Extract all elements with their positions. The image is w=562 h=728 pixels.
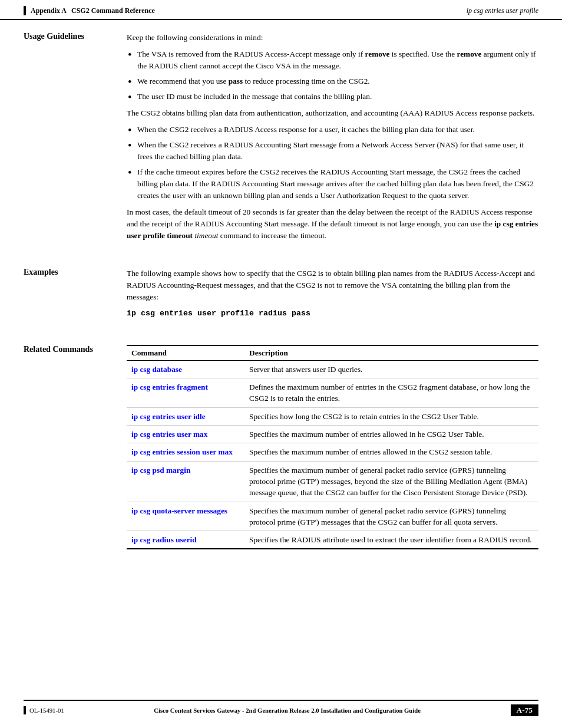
page-footer: OL-15491-01 Cisco Content Services Gatew… (24, 700, 538, 716)
command-cell[interactable]: ip csg entries user max (127, 425, 244, 443)
commands-table: Command Description ip csg databaseServe… (127, 345, 538, 550)
usage-guidelines-label: Usage Guidelines (24, 32, 127, 246)
related-commands-section: Related Commands Command Description ip … (24, 345, 538, 550)
usage-intro: Keep the following considerations in min… (127, 32, 538, 44)
description-cell: Specifies how long the CSG2 is to retain… (244, 407, 538, 425)
page-header: Appendix A CSG2 Command Reference ip csg… (0, 0, 562, 20)
command-link[interactable]: ip csg entries user max (131, 430, 207, 439)
description-cell: Defines the maximum number of entries in… (244, 378, 538, 408)
header-title: CSG2 Command Reference (71, 6, 155, 15)
usage-para2: In most cases, the default timeout of 20… (127, 206, 538, 242)
description-cell: Specifies the maximum number of entries … (244, 425, 538, 443)
examples-text: The following example shows how to speci… (127, 268, 538, 303)
command-cell[interactable]: ip csg quota-server messages (127, 502, 244, 531)
description-cell: Specifies the maximum number of general … (244, 502, 538, 531)
command-link[interactable]: ip csg entries user idle (131, 412, 206, 421)
main-content: Usage Guidelines Keep the following cons… (0, 20, 562, 608)
usage-guidelines-body: Keep the following considerations in min… (127, 32, 538, 246)
command-cell[interactable]: ip csg entries fragment (127, 378, 244, 408)
table-row: ip csg entries session user maxSpecifies… (127, 443, 538, 461)
footer-doc-id: OL-15491-01 (29, 707, 64, 714)
command-link[interactable]: ip csg database (131, 365, 182, 374)
table-row: ip csg radius useridSpecifies the RADIUS… (127, 531, 538, 549)
description-cell: Specifies the maximum number of general … (244, 461, 538, 502)
header-bar (24, 6, 26, 15)
col-header-command: Command (127, 345, 244, 361)
command-link[interactable]: ip csg psd margin (131, 466, 190, 475)
description-cell: Specifies the maximum number of entries … (244, 443, 538, 461)
related-commands-label: Related Commands (24, 345, 127, 550)
bullet-1: The VSA is removed from the RADIUS Acces… (127, 48, 538, 72)
footer-left: OL-15491-01 (24, 706, 64, 714)
table-row: ip csg psd marginSpecifies the maximum n… (127, 461, 538, 502)
command-cell[interactable]: ip csg database (127, 360, 244, 378)
col-header-description: Description (244, 345, 538, 361)
examples-body: The following example shows how to speci… (127, 268, 538, 324)
command-cell[interactable]: ip csg radius userid (127, 531, 244, 549)
header-left: Appendix A CSG2 Command Reference (24, 6, 155, 15)
bullet-5: When the CSG2 receives a RADIUS Accounti… (127, 139, 538, 163)
header-appendix: Appendix A (31, 6, 67, 15)
usage-para1: The CSG2 obtains billing plan data from … (127, 107, 538, 119)
table-row: ip csg entries user maxSpecifies the max… (127, 425, 538, 443)
table-row: ip csg quota-server messagesSpecifies th… (127, 502, 538, 531)
page: Appendix A CSG2 Command Reference ip csg… (0, 0, 562, 728)
table-header-row: Command Description (127, 345, 538, 361)
footer-page: A-75 (511, 704, 538, 716)
command-cell[interactable]: ip csg entries user idle (127, 407, 244, 425)
header-right: ip csg entries user profile (467, 6, 538, 15)
bullet-3: The user ID must be included in the mess… (127, 91, 538, 103)
examples-label: Examples (24, 268, 127, 324)
usage-guidelines-section: Usage Guidelines Keep the following cons… (24, 32, 538, 246)
bullet-4: When the CSG2 receives a RADIUS Access r… (127, 124, 538, 136)
description-cell: Server that answers user ID queries. (244, 360, 538, 378)
bullet-6: If the cache timeout expires before the … (127, 166, 538, 202)
command-cell[interactable]: ip csg psd margin (127, 461, 244, 502)
footer-bar (24, 706, 26, 714)
command-link[interactable]: ip csg radius userid (131, 535, 197, 544)
command-link[interactable]: ip csg quota-server messages (131, 506, 227, 515)
usage-bullets-2: When the CSG2 receives a RADIUS Access r… (127, 124, 538, 202)
table-row: ip csg entries user idleSpecifies how lo… (127, 407, 538, 425)
command-link[interactable]: ip csg entries session user max (131, 447, 233, 456)
examples-section: Examples The following example shows how… (24, 268, 538, 324)
usage-bullets-1: The VSA is removed from the RADIUS Acces… (127, 48, 538, 103)
bullet-2: We recommend that you use pass to reduce… (127, 75, 538, 87)
command-cell[interactable]: ip csg entries session user max (127, 443, 244, 461)
related-commands-body: Command Description ip csg databaseServe… (127, 345, 538, 550)
table-row: ip csg entries fragmentDefines the maxim… (127, 378, 538, 408)
footer-center: Cisco Content Services Gateway - 2nd Gen… (64, 707, 511, 714)
command-link[interactable]: ip csg entries fragment (131, 383, 208, 391)
table-row: ip csg databaseServer that answers user … (127, 360, 538, 378)
examples-code: ip csg entries user profile radius pass (127, 309, 538, 318)
description-cell: Specifies the RADIUS attribute used to e… (244, 531, 538, 549)
